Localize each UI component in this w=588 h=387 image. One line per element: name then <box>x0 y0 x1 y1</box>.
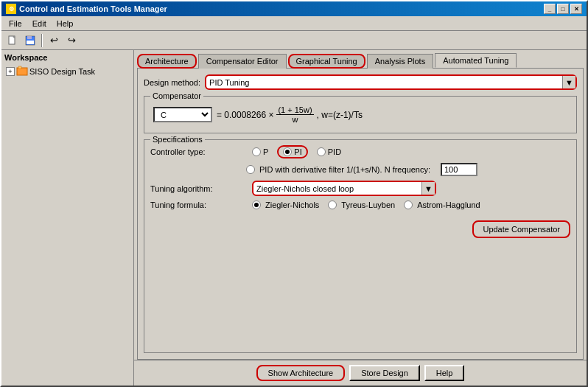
specifications-group: Specifications Controller type: P <box>144 139 577 353</box>
radio-pid-filter[interactable]: PID with derivative filter 1/(1+s/N). N … <box>246 165 430 174</box>
tuning-algorithm-row: Tuning algorithm: Ziegler-Nichols closed… <box>150 178 570 198</box>
compensator-group-title: Compensator <box>150 91 203 100</box>
specifications-group-title: Specifications <box>150 135 205 144</box>
compensator-var-select[interactable]: C <box>153 107 212 122</box>
content-area: Architecture Compensator Editor Graphica… <box>134 50 587 386</box>
compensator-formula: = 0.0008266 × (1 + 15w) w , w=(z-1)/Ts <box>217 105 363 124</box>
main-window: ⚙ Control and Estimation Tools Manager _… <box>0 0 588 387</box>
store-design-button[interactable]: Store Design <box>349 365 420 381</box>
sidebar: Workspace + SISO Design Task <box>1 50 134 386</box>
tree-expand-icon[interactable]: + <box>6 67 15 76</box>
radio-circle-zn <box>252 201 261 209</box>
pid-filter-label: PID with derivative filter 1/(1+s/N). N … <box>259 165 430 174</box>
controller-type-row: Controller type: P <box>150 143 570 161</box>
workspace-label: Workspace <box>4 53 130 62</box>
siso-task-label: SISO Design Task <box>29 67 95 76</box>
title-bar-left: ⚙ Control and Estimation Tools Manager <box>6 4 167 14</box>
design-method-dropdown-arrow[interactable]: ▼ <box>562 76 575 88</box>
radio-dot-zn <box>254 203 259 207</box>
design-method-label: Design method: <box>144 78 200 87</box>
app-icon: ⚙ <box>6 4 16 14</box>
undo-button[interactable]: ↩ <box>46 33 62 48</box>
title-bar: ⚙ Control and Estimation Tools Manager _… <box>1 1 587 16</box>
compensator-row: C = 0.0008266 × (1 + 15w) w , w=(z-1)/Ts <box>150 100 570 127</box>
menu-edit[interactable]: Edit <box>28 18 51 29</box>
radio-tyreus-luyben[interactable]: Tyreus-Luyben <box>328 201 395 209</box>
radio-circle-p <box>252 147 261 156</box>
fraction-denominator: w <box>291 115 300 124</box>
radio-label-tl: Tyreus-Luyben <box>341 201 395 209</box>
menu-bar: File Edit Help <box>1 16 587 31</box>
equals-sign: = 0.0008266 × <box>217 110 273 120</box>
controller-type-options: P PI <box>252 145 341 158</box>
tuning-algorithm-label: Tuning algorithm: <box>150 184 246 193</box>
main-area: Workspace + SISO Design Task Architectur… <box>1 50 587 386</box>
compensator-group: Compensator C = 0.0008266 × (1 + 15w) w … <box>144 96 577 133</box>
n-frequency-input[interactable] <box>441 163 477 176</box>
main-panel: Design method: PID Tuning ▼ Compensator … <box>137 68 584 360</box>
tuning-formula-label: Tuning formula: <box>150 201 246 209</box>
radio-p[interactable]: P <box>252 147 268 156</box>
tuning-algorithm-select[interactable]: Ziegler-Nichols closed loop ▼ <box>252 181 436 196</box>
radio-pi[interactable]: PI <box>277 145 307 158</box>
tab-analysis-plots[interactable]: Analysis Plots <box>367 54 433 69</box>
tab-automated-tuning[interactable]: Automated Tuning <box>435 53 517 68</box>
help-button[interactable]: Help <box>424 365 465 381</box>
compensator-suffix: , w=(z-1)/Ts <box>317 110 363 120</box>
redo-button[interactable]: ↪ <box>63 33 80 48</box>
toolbar: ↩ ↪ <box>1 31 587 50</box>
update-compensator-button[interactable]: Update Compensator <box>472 220 570 238</box>
window-title: Control and Estimation Tools Manager <box>19 4 167 13</box>
svg-rect-4 <box>27 41 34 44</box>
tab-graphical-tuning[interactable]: Graphical Tuning <box>288 54 365 69</box>
maximize-button[interactable]: □ <box>557 4 569 14</box>
pi-highlight-box: PI <box>277 145 307 158</box>
radio-dot-pi <box>285 150 290 154</box>
radio-circle-pi <box>283 147 292 156</box>
task-icon <box>16 66 28 77</box>
tuning-formula-row: Tuning formula: Ziegler-Nichols Tyreus-L <box>150 198 570 212</box>
radio-astrom-hagglund[interactable]: Astrom-Hagglund <box>404 201 480 209</box>
radio-label-pid: PID <box>328 147 341 156</box>
design-method-select[interactable]: PID Tuning ▼ <box>205 74 577 90</box>
radio-circle-pid-filter <box>246 165 255 174</box>
radio-pid[interactable]: PID <box>317 147 341 156</box>
radio-label-zn: Ziegler-Nichols <box>265 201 319 209</box>
tab-bar: Architecture Compensator Editor Graphica… <box>134 50 587 68</box>
title-controls: _ □ ✕ <box>544 4 582 14</box>
radio-label-pi: PI <box>294 147 301 156</box>
save-button[interactable] <box>22 33 38 48</box>
controller-type-label: Controller type: <box>150 147 246 156</box>
tuning-algo-dropdown-arrow[interactable]: ▼ <box>421 182 435 195</box>
fraction-numerator: (1 + 15w) <box>276 105 313 115</box>
radio-circle-tl <box>328 201 337 209</box>
tab-compensator-editor[interactable]: Compensator Editor <box>198 54 287 69</box>
minimize-button[interactable]: _ <box>544 4 556 14</box>
siso-design-task-item[interactable]: + SISO Design Task <box>4 65 130 78</box>
menu-file[interactable]: File <box>4 18 27 29</box>
update-compensator-container: Update Compensator <box>150 220 570 238</box>
tuning-formula-options: Ziegler-Nichols Tyreus-Luyben Astrom-Hag… <box>252 201 480 209</box>
radio-ziegler-nichols[interactable]: Ziegler-Nichols <box>252 201 319 209</box>
radio-label-ah: Astrom-Hagglund <box>417 201 480 209</box>
svg-rect-6 <box>18 66 21 69</box>
toolbar-separator <box>41 34 43 47</box>
design-method-row: Design method: PID Tuning ▼ <box>144 74 577 90</box>
close-button[interactable]: ✕ <box>570 4 582 14</box>
compensator-fraction: (1 + 15w) w <box>276 105 313 124</box>
new-button[interactable] <box>4 33 21 48</box>
pid-filter-row: PID with derivative filter 1/(1+s/N). N … <box>150 161 570 178</box>
radio-label-p: P <box>263 147 268 156</box>
svg-rect-3 <box>27 36 32 39</box>
bottom-bar: Show Architecture Store Design Help <box>134 360 587 386</box>
tab-architecture[interactable]: Architecture <box>137 54 197 69</box>
menu-help[interactable]: Help <box>52 18 78 29</box>
radio-circle-pid <box>317 147 326 156</box>
radio-circle-ah <box>404 201 413 209</box>
svg-rect-5 <box>17 68 27 75</box>
show-architecture-button[interactable]: Show Architecture <box>256 365 346 381</box>
